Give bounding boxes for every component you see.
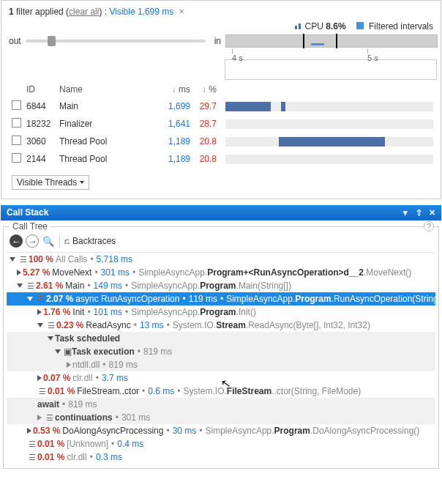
pin-icon[interactable]: ⇧: [413, 207, 424, 218]
tree-node-unknown[interactable]: ☰ 0.01 % [Unknown] • 0.4 ms: [7, 437, 435, 451]
tree-root[interactable]: ☰ 100 % All Calls • 5,718 ms: [7, 253, 435, 266]
thread-bar[interactable]: [225, 155, 433, 164]
expand-icon[interactable]: [27, 297, 33, 301]
path: SimpleAsyncApp.Program.Main(String[]): [131, 281, 291, 291]
expand-icon[interactable]: [67, 362, 71, 368]
col-id[interactable]: ID: [26, 84, 59, 94]
fn: clr.dll: [67, 452, 86, 462]
zoom-slider[interactable]: [26, 40, 206, 42]
tree-node-init[interactable]: 1.76 % Init • 101 ms • SimpleAsyncApp.Pr…: [7, 305, 435, 319]
path: System.IO.Stream.ReadAsync(Byte[], Int32…: [173, 320, 370, 330]
thread-name: Finalizer: [59, 119, 158, 129]
fn: await: [37, 399, 59, 410]
ruler-area: 4 s 5 s: [1, 49, 441, 80]
visible-threads-dropdown[interactable]: Visible Threads: [12, 175, 89, 190]
timeline-mark: [311, 43, 324, 45]
fn: ReadAsync: [86, 320, 130, 330]
expand-icon[interactable]: [10, 257, 15, 262]
filter-icon: ☰: [37, 387, 48, 396]
backtraces-button[interactable]: ⎌ Backtraces: [64, 236, 116, 246]
interval-bar: [281, 102, 285, 111]
visible-filter-link[interactable]: Visible 1,699 ms: [109, 7, 176, 17]
cpu-sparkline[interactable]: [225, 59, 437, 80]
pct: 2.07 %: [46, 294, 73, 304]
thread-bar[interactable]: [225, 137, 433, 147]
remove-filter-icon[interactable]: ×: [179, 7, 184, 17]
thread-ms: 1,189: [158, 136, 195, 147]
checkbox[interactable]: [12, 100, 21, 110]
tree-node-task-scheduled[interactable]: Task scheduled: [7, 332, 435, 345]
table-row[interactable]: 6844Main1,69929.7: [1, 97, 441, 115]
tree-node-task-execution[interactable]: ▣ Task execution • 819 ms: [7, 345, 435, 358]
interval-bar: [279, 137, 385, 147]
tree-node-filestream[interactable]: ☰ 0.01 % FileStream..ctor • 0.6 ms • Sys…: [7, 385, 435, 398]
nav-back-button[interactable]: ←: [10, 234, 23, 248]
pct: 0.01 %: [37, 439, 64, 449]
call-tree-panel: Call Tree ? ← → 🔍 ⎌ Backtraces ☰ 100 % A…: [3, 226, 439, 469]
checkbox[interactable]: [12, 136, 21, 145]
ms: 0.6 ms: [148, 386, 174, 396]
col-ms[interactable]: ↓ ms: [158, 84, 195, 94]
tree-node-clr03[interactable]: ☰ 0.01 % clr.dll • 0.3 ms: [7, 451, 435, 464]
tree-node-movenext[interactable]: 5.27 % MoveNext • 301 ms • SimpleAsyncAp…: [7, 266, 435, 279]
zoom-thumb[interactable]: [48, 36, 56, 46]
fn: DoAlongAsyncProcessing: [62, 426, 163, 436]
thread-bar[interactable]: [225, 102, 433, 111]
expand-icon[interactable]: [27, 428, 31, 434]
expand-icon[interactable]: [37, 323, 43, 327]
pct: 1.76 %: [43, 307, 70, 317]
search-button[interactable]: 🔍: [42, 234, 55, 248]
ms: 5,718 ms: [97, 254, 132, 264]
filter-count: 1: [9, 7, 14, 17]
tree-node-ntdll[interactable]: ntdll.dll • 819 ms: [7, 358, 435, 371]
expand-icon[interactable]: [55, 349, 61, 354]
thread-pct: 20.8: [195, 136, 221, 147]
tree-node-readasync[interactable]: ☰ 0.23 % ReadAsync • 13 ms • System.IO.S…: [7, 319, 435, 332]
expand-icon[interactable]: [17, 284, 23, 288]
ms: 30 ms: [173, 426, 197, 436]
col-pct[interactable]: ↓ %: [195, 84, 221, 94]
thread-name: Thread Pool: [59, 154, 158, 164]
table-row[interactable]: 18232Finalizer1,64128.7: [1, 115, 441, 133]
expand-icon[interactable]: [17, 270, 21, 275]
selection-handle-right[interactable]: [336, 34, 337, 48]
threads-body: 6844Main1,69929.718232Finalizer1,64128.7…: [1, 97, 441, 168]
close-icon[interactable]: ✕: [427, 207, 437, 218]
threads-header: ID Name ↓ ms ↓ %: [1, 80, 441, 97]
col-name[interactable]: Name: [59, 84, 158, 94]
path: SimpleAsyncApp.Program.RunAsyncOperation…: [226, 294, 435, 304]
tree-node-runasync-selected[interactable]: ☰ 2.07 % async RunAsyncOperation • 119 m…: [7, 292, 435, 305]
bar-chart-icon: [295, 23, 302, 29]
help-icon[interactable]: ?: [424, 221, 434, 231]
expand-icon[interactable]: [37, 415, 42, 420]
thread-pct: 29.7: [195, 101, 221, 111]
path: SimpleAsyncApp.Program+<RunAsyncOperatio…: [138, 267, 411, 278]
backtraces-icon: ⎌: [64, 236, 70, 246]
expand-icon[interactable]: [37, 375, 42, 381]
expand-icon[interactable]: [48, 336, 53, 341]
pct: 0.07 %: [43, 373, 70, 383]
tree-node-await[interactable]: await • 819 ms: [7, 398, 435, 411]
clear-all-link[interactable]: clear all: [69, 7, 99, 17]
tree-node-clr37[interactable]: 0.07 % clr.dll • 3.7 ms: [7, 371, 435, 385]
tree-node-continuations[interactable]: ☰ continuations • 301 ms: [7, 411, 435, 424]
thread-ms: 1,641: [158, 119, 195, 129]
tree-node-doalong[interactable]: 0.53 % DoAlongAsyncProcessing • 30 ms • …: [7, 424, 435, 437]
path: SimpleAsyncApp.Program.DoAlongAsyncProce…: [206, 426, 420, 436]
selection-handle-left[interactable]: [303, 34, 304, 48]
pct: 2.61 %: [36, 281, 63, 291]
checkbox[interactable]: [12, 118, 21, 127]
thread-bar[interactable]: [225, 119, 433, 129]
checkbox[interactable]: [12, 153, 21, 163]
expand-icon[interactable]: [37, 309, 42, 315]
ms: 819 ms: [109, 360, 138, 370]
nav-forward-button[interactable]: →: [26, 234, 39, 248]
overview-timeline[interactable]: [225, 34, 438, 48]
window-menu-icon[interactable]: ▾: [400, 207, 411, 218]
callstack-pane-header[interactable]: Call Stack ▾ ⇧ ✕: [1, 205, 441, 220]
tree-node-main[interactable]: ☰ 2.61 % Main • 149 ms • SimpleAsyncApp.…: [7, 279, 435, 292]
table-row[interactable]: 2144Thread Pool1,18920.8: [1, 150, 441, 168]
table-row[interactable]: 3060Thread Pool1,18920.8: [1, 133, 441, 150]
fn: clr.dll: [72, 373, 92, 383]
filter-icon: ☰: [27, 453, 37, 462]
